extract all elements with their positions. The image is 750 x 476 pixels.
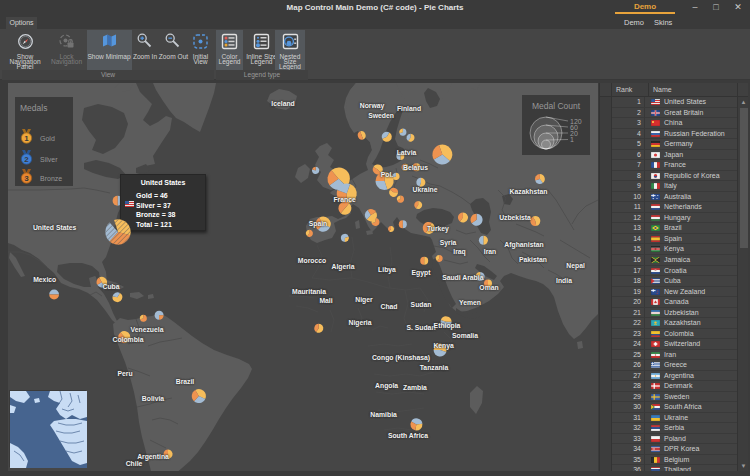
svg-text:2: 2 <box>24 155 29 164</box>
svg-text:1: 1 <box>570 136 574 143</box>
svg-text:3: 3 <box>24 174 29 183</box>
svg-text:1: 1 <box>24 134 29 143</box>
